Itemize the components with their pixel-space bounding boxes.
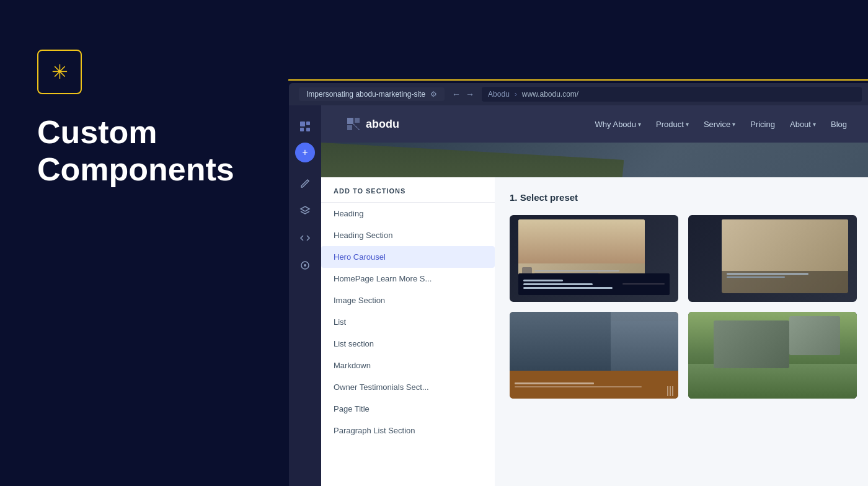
sidebar-logo-icon (294, 115, 316, 138)
card-line (534, 270, 620, 272)
add-section-button[interactable]: + (295, 143, 315, 162)
chevron-down-icon: ▾ (813, 121, 816, 128)
panel-list[interactable]: Heading Heading Section Hero Carousel Ho… (321, 203, 495, 486)
preset-card-3-image (510, 312, 678, 373)
card-line-long (523, 287, 613, 289)
card-stripes (667, 386, 673, 396)
chevron-down-icon: ▾ (732, 121, 735, 128)
nav-blog[interactable]: Blog (831, 120, 847, 129)
card-image-bottom (722, 271, 848, 293)
panel-item-list-section[interactable]: List section (321, 333, 495, 355)
url-bar[interactable]: Abodu › www.abodu.com/ (482, 87, 862, 102)
card-right (611, 321, 678, 373)
preset-card-4-image (688, 312, 857, 399)
nav-why-abodu[interactable]: Why Abodu ▾ (595, 120, 642, 129)
forward-button[interactable]: → (466, 89, 474, 99)
browser-window: Impersonating abodu-marketing-site ⚙ ← →… (289, 83, 868, 486)
panel-item-homepage-learn-more[interactable]: HomePage Learn More S... (321, 268, 495, 289)
card-line (515, 386, 642, 387)
panel-item-heading-section[interactable]: Heading Section (321, 224, 495, 246)
nav-product[interactable]: Product ▾ (656, 120, 689, 129)
left-title: Custom Components (37, 114, 234, 188)
preset-card-2-image (722, 219, 848, 293)
nav-about-label: About (790, 120, 811, 129)
panel-item-page-title[interactable]: Page Title (321, 398, 495, 420)
card-side-element (622, 283, 665, 285)
card-building-2 (789, 316, 840, 355)
browser-body: + (289, 105, 868, 486)
site-area: abodu Why Abodu ▾ Product ▾ Service ▾ (321, 105, 868, 486)
nav-blog-label: Blog (831, 120, 847, 129)
stripe (672, 386, 673, 396)
nav-about[interactable]: About ▾ (790, 120, 816, 129)
nav-buttons: ← → (452, 89, 474, 99)
preset-panel: 1. Select preset (495, 177, 868, 486)
preset-grid (510, 215, 857, 399)
url-text: www.abodu.com/ (522, 90, 578, 99)
logo-text: abodu (366, 118, 399, 131)
panel-item-markdown[interactable]: Markdown (321, 355, 495, 376)
card-text-area (515, 382, 673, 387)
card-line-short (523, 280, 563, 281)
stripe (670, 386, 671, 396)
svg-rect-2 (300, 128, 304, 131)
style-button[interactable] (294, 254, 316, 276)
layers-button[interactable] (294, 200, 316, 222)
card-building (714, 320, 789, 368)
svg-rect-1 (306, 122, 310, 125)
preset-card-1-bottom (518, 273, 670, 295)
nav-service[interactable]: Service ▾ (704, 120, 735, 129)
site-navbar: abodu Why Abodu ▾ Product ▾ Service ▾ (321, 105, 868, 143)
nav-items: Why Abodu ▾ Product ▾ Service ▾ Pricing (595, 120, 847, 129)
preset-card-4-inner (688, 312, 857, 399)
card-line (515, 382, 594, 384)
back-button[interactable]: ← (452, 89, 461, 99)
preset-card-1-image-top (518, 219, 645, 263)
tool-sidebar: + (289, 105, 321, 486)
preset-card-2-inner (688, 215, 857, 302)
gear-icon: ⚙ (430, 90, 437, 99)
preset-card-4[interactable] (688, 312, 857, 399)
svg-point-5 (304, 264, 306, 267)
edit-button[interactable] (294, 172, 316, 195)
preset-card-3-inner (510, 312, 678, 399)
card-text-lines (523, 280, 622, 289)
breadcrumb-separator: › (515, 90, 517, 99)
preset-card-2[interactable] (688, 215, 857, 302)
code-button[interactable] (294, 227, 316, 249)
preset-card-1[interactable] (510, 215, 678, 302)
add-sections-panel: ADD TO SECTIONS Heading Heading Section … (321, 177, 495, 486)
site-name: Abodu (488, 90, 510, 99)
preset-card-3[interactable] (510, 312, 678, 399)
panel-item-heading[interactable]: Heading (321, 203, 495, 224)
chevron-down-icon: ▾ (638, 121, 641, 128)
svg-rect-0 (300, 122, 305, 126)
browser-tab[interactable]: Impersonating abodu-marketing-site ⚙ (299, 87, 445, 101)
card-line (727, 273, 808, 275)
site-hero: ADD TO SECTIONS Heading Heading Section … (321, 143, 868, 486)
card-ground (688, 364, 857, 399)
left-panel: ✳ Custom Components (0, 0, 288, 486)
panel-item-list[interactable]: List (321, 311, 495, 333)
nav-service-label: Service (704, 120, 730, 129)
plus-icon: + (302, 147, 308, 158)
nav-why-abodu-label: Why Abodu (595, 120, 637, 129)
preset-card-1-inner (510, 215, 678, 302)
stripe (667, 386, 668, 396)
tab-label: Impersonating abodu-marketing-site (306, 90, 425, 99)
svg-rect-3 (306, 128, 310, 131)
panel-header: ADD TO SECTIONS (321, 177, 495, 203)
panel-item-image-section[interactable]: Image Section (321, 289, 495, 311)
nav-pricing[interactable]: Pricing (750, 120, 775, 129)
site-logo: abodu (346, 117, 399, 131)
preset-card-3-bottom (510, 371, 678, 399)
panel-item-owner-testimonials[interactable]: Owner Testimonials Sect... (321, 376, 495, 398)
panel-item-hero-carousel[interactable]: Hero Carousel (321, 246, 495, 268)
nav-product-label: Product (656, 120, 684, 129)
preset-title: 1. Select preset (510, 192, 857, 203)
nav-pricing-label: Pricing (750, 120, 775, 129)
panel-item-paragraph-list-section[interactable]: Paragraph List Section (321, 420, 495, 441)
card-left (510, 312, 611, 373)
logo-box: ✳ (37, 50, 82, 94)
card-line (727, 276, 785, 278)
